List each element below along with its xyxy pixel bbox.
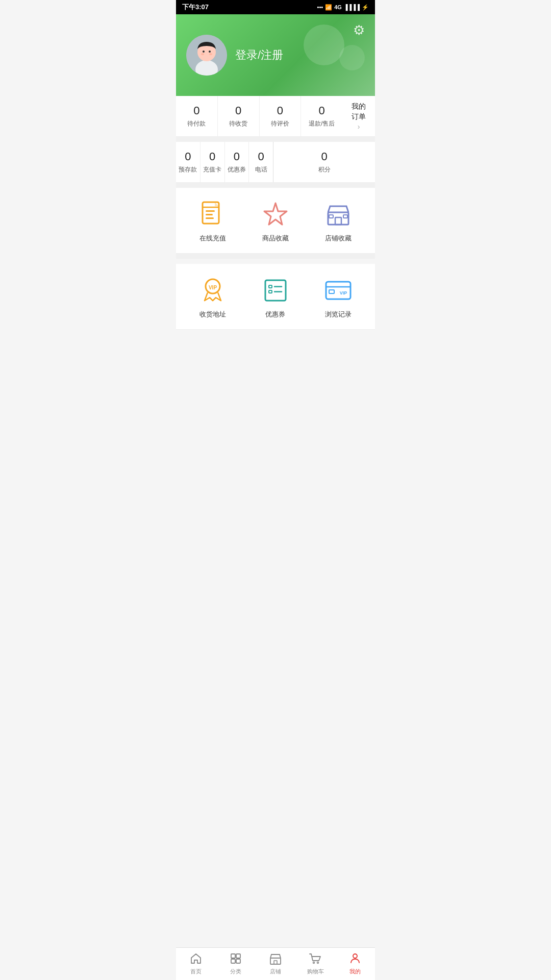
wallet-label-coupon: 优惠券 (228, 165, 246, 174)
svg-rect-10 (206, 217, 214, 219)
header-banner[interactable]: 登录/注册 ⚙ (176, 14, 375, 96)
feature-label-recharge: 在线充值 (199, 234, 226, 243)
avatar[interactable] (186, 35, 227, 76)
order-items: 0 待付款 0 待收货 0 待评价 0 退款/售后 (176, 96, 342, 136)
login-register-text[interactable]: 登录/注册 (235, 47, 283, 63)
svg-rect-13 (335, 217, 341, 225)
order-label-pending-pay: 待付款 (187, 119, 206, 128)
section-separator-1 (176, 137, 375, 142)
wallet-items: 0 预存款 0 充值卡 0 优惠券 0 电话 (176, 142, 273, 182)
status-time: 下午3:07 (182, 3, 209, 12)
svg-rect-9 (206, 214, 213, 215)
feature-online-recharge[interactable]: 在线充值 (181, 200, 244, 243)
service-label-address: 收货地址 (199, 310, 226, 319)
wallet-item-phone[interactable]: 0 电话 (249, 142, 273, 182)
status-icons: ••• 📶 4G ▐▐▐▐ ⚡ (317, 4, 369, 11)
order-count-refund: 0 (319, 104, 325, 117)
wallet-label-recharge: 充值卡 (203, 165, 221, 174)
section-separator-2 (176, 183, 375, 188)
svg-point-4 (209, 51, 211, 53)
wallet-label-phone: 电话 (255, 165, 267, 174)
order-label-refund: 退款/售后 (309, 119, 335, 128)
wallet-count-deposit: 0 (185, 150, 191, 163)
order-count-pending-receive: 0 (235, 104, 241, 117)
all-orders-label: 我的订单 (352, 102, 366, 121)
settings-icon[interactable]: ⚙ (353, 22, 365, 38)
wallet-count-phone: 0 (258, 150, 264, 163)
all-orders-button[interactable]: 我的订单 › (342, 96, 375, 136)
svg-point-3 (203, 51, 205, 53)
service-delivery-address[interactable]: VIP 收货地址 (181, 276, 244, 319)
svg-text:VIP: VIP (340, 290, 347, 296)
order-item-pending-pay[interactable]: 0 待付款 (176, 96, 218, 136)
svg-marker-11 (264, 203, 287, 225)
service-browse-history[interactable]: VIP 浏览记录 (307, 276, 370, 319)
bottom-spacer (176, 330, 375, 368)
order-label-pending-receive: 待收货 (229, 119, 247, 128)
service-label-browse-history: 浏览记录 (325, 310, 352, 319)
section-separator-3 (176, 254, 375, 259)
svg-rect-15 (343, 215, 347, 218)
feature-product-favorite[interactable]: 商品收藏 (244, 200, 307, 243)
chevron-right-icon: › (358, 122, 360, 131)
order-item-pending-review[interactable]: 0 待评价 (260, 96, 302, 136)
svg-rect-20 (269, 290, 272, 293)
status-bar: 下午3:07 ••• 📶 4G ▐▐▐▐ ⚡ (176, 0, 375, 14)
svg-text:VIP: VIP (209, 285, 217, 290)
services-section: VIP 收货地址 优惠券 VIP (176, 264, 375, 330)
order-item-pending-receive[interactable]: 0 待收货 (218, 96, 260, 136)
features-section: 在线充值 商品收藏 店铺收藏 (176, 188, 375, 254)
svg-point-5 (201, 53, 204, 55)
svg-rect-25 (329, 290, 334, 293)
doc-icon (198, 200, 227, 229)
wallet-count-coupon: 0 (234, 150, 240, 163)
vip-badge-icon: VIP (198, 276, 227, 305)
svg-rect-18 (265, 280, 286, 301)
wallet-count-recharge: 0 (209, 150, 215, 163)
order-count-pending-pay: 0 (193, 104, 199, 117)
wallet-item-deposit[interactable]: 0 预存款 (176, 142, 201, 182)
wallet-count-points: 0 (321, 150, 327, 163)
list-icon (261, 276, 290, 305)
wallet-label-points: 积分 (318, 165, 331, 174)
feature-shop-favorite[interactable]: 店铺收藏 (307, 200, 370, 243)
vip-card-icon: VIP (324, 276, 353, 305)
service-label-coupon: 优惠券 (265, 310, 285, 319)
order-section: 0 待付款 0 待收货 0 待评价 0 退款/售后 我的订单 › (176, 96, 375, 137)
order-item-refund[interactable]: 0 退款/售后 (301, 96, 342, 136)
wallet-item-coupon[interactable]: 0 优惠券 (225, 142, 249, 182)
order-label-pending-review: 待评价 (271, 119, 289, 128)
svg-rect-19 (269, 285, 272, 288)
feature-label-shop-favorite: 店铺收藏 (325, 234, 352, 243)
shop-icon (324, 200, 353, 229)
wallet-item-recharge[interactable]: 0 充值卡 (201, 142, 225, 182)
svg-rect-14 (329, 215, 333, 218)
wallet-section: 0 预存款 0 充值卡 0 优惠券 0 电话 0 积分 (176, 142, 375, 183)
feature-label-product-favorite: 商品收藏 (262, 234, 289, 243)
wallet-item-points[interactable]: 0 积分 (273, 142, 375, 182)
star-icon (261, 200, 290, 229)
wallet-label-deposit: 预存款 (179, 165, 197, 174)
svg-point-6 (209, 53, 212, 55)
order-count-pending-review: 0 (277, 104, 283, 117)
service-coupon[interactable]: 优惠券 (244, 276, 307, 319)
svg-rect-8 (206, 210, 215, 212)
